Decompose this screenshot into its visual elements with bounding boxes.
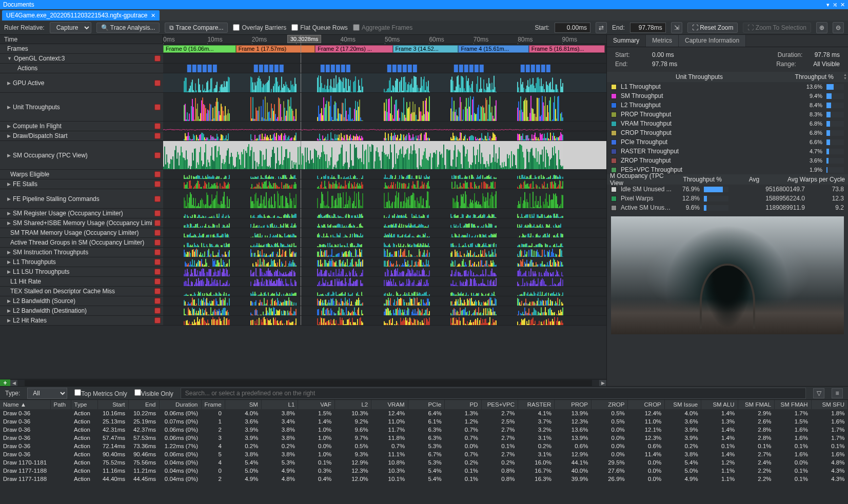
end-value[interactable]: 97.78ms — [630, 23, 666, 33]
document-tab[interactable]: UE4Game.exe_20220511203221543.ngfx-gputr… — [2, 10, 160, 21]
track-label[interactable]: ▶L1 Throughputs — [0, 257, 152, 267]
tracks-area[interactable]: FramesFrame 0 (16.06m...Frame 1 (17.57ms… — [0, 44, 606, 379]
track-row[interactable]: ▶L2 Hit Rates — [0, 316, 606, 326]
expand-icon[interactable]: ▶ — [7, 196, 11, 201]
unit-throughputs-header[interactable]: Unit Throughputs Throughput % ▲▼ — [607, 72, 848, 82]
zoom-in-icon[interactable]: ⊕ — [816, 22, 827, 33]
table-row[interactable]: Draw 0-36Action10.16ms10.22ms0.06ms (0%)… — [0, 409, 848, 417]
expand-icon[interactable]: ▶ — [7, 220, 11, 226]
visible-only-checkbox[interactable]: Visible Only — [134, 389, 173, 397]
track-row[interactable]: ▶GPU Active — [0, 73, 606, 93]
track-label[interactable]: SM TRAM Memory Usage (Occupancy Limiter) — [0, 228, 152, 237]
status-badge[interactable] — [154, 133, 161, 139]
occupancy-row[interactable]: Idle SM Unused ... 76.9% 9516800149.7 73… — [607, 185, 848, 194]
track-label[interactable]: ▶SM Register Usage (Occupancy Limiter) — [0, 209, 152, 218]
unit-row[interactable]: ZROP Throughput 3.6% — [607, 156, 848, 165]
zoom-out-icon[interactable]: ⊖ — [833, 22, 844, 33]
track-row[interactable]: ▶SM Instruction Throughputs — [0, 248, 606, 257]
expand-icon[interactable]: ▶ — [7, 153, 11, 158]
filter-icon[interactable]: ▽ — [813, 388, 824, 398]
end-link-icon[interactable]: ⇲ — [671, 22, 682, 33]
track-row[interactable]: ▶SM Register Usage (Occupancy Limiter) — [0, 209, 606, 218]
minimize-icon[interactable]: ▾ — [826, 2, 830, 8]
table-row[interactable]: Draw 0-36Action72.14ms73.36ms1.22ms (7%)… — [0, 442, 848, 450]
track-row[interactable]: Warps Eligible — [0, 170, 606, 179]
status-badge[interactable] — [154, 152, 161, 158]
table-row[interactable]: Draw 1170-1181Action75.52ms75.56ms0.04ms… — [0, 458, 848, 467]
col-zrop[interactable]: ZROP — [591, 400, 627, 409]
col-pd[interactable]: PD — [445, 400, 481, 409]
track-label[interactable]: ▶SM Shared+ISBE Memory Usage (Occupancy … — [0, 218, 152, 228]
occupancy-row[interactable]: Pixel Warps 12.8% 1588956224.0 12.3 — [607, 194, 848, 203]
col-start[interactable]: Start — [97, 400, 128, 409]
unit-row[interactable]: PCIe Throughput 6.6% — [607, 137, 848, 147]
status-badge[interactable] — [154, 269, 161, 275]
track-label[interactable]: ▶Compute In Flight — [0, 122, 152, 131]
track-row[interactable]: L1 Hit Rate — [0, 277, 606, 287]
track-row[interactable]: Actions — [0, 64, 606, 73]
table-row[interactable]: Draw 1177-1188Action11.16ms11.21ms0.04ms… — [0, 467, 848, 475]
status-badge[interactable] — [154, 171, 161, 177]
status-badge[interactable] — [154, 249, 161, 255]
track-row[interactable]: ▶FE Pipeline Stalling Commands — [0, 189, 606, 209]
link-icon[interactable]: ⇄ — [596, 22, 607, 33]
col-frame[interactable]: Frame — [201, 400, 225, 409]
track-row[interactable]: ▶SM Occupancy (TPC View) — [0, 141, 606, 170]
time-marker[interactable]: 30.3028ms — [287, 35, 321, 43]
track-label[interactable]: Warps Eligible — [0, 170, 152, 179]
col-sm[interactable]: SM — [225, 400, 261, 409]
track-label[interactable]: ▶SM Occupancy (TPC View) — [0, 141, 152, 169]
track-row[interactable]: ▶SM Shared+ISBE Memory Usage (Occupancy … — [0, 218, 606, 228]
events-grid[interactable]: Name ▲PathTypeStartEndDurationFrameSML1V… — [0, 400, 848, 504]
track-row[interactable]: TEX Stalled on Descriptor Cache Miss — [0, 287, 606, 296]
col-vaf[interactable]: VAF — [298, 400, 334, 409]
table-row[interactable]: Draw 1177-1188Action44.40ms44.45ms0.04ms… — [0, 475, 848, 483]
status-badge[interactable] — [154, 196, 161, 202]
status-badge[interactable] — [154, 259, 161, 265]
track-label[interactable]: L1 Hit Rate — [0, 277, 152, 286]
close-tab-icon[interactable]: ✕ — [151, 12, 155, 19]
overlay-barriers-checkbox[interactable]: Overlay Barriers — [233, 24, 286, 31]
expand-icon[interactable]: ▶ — [7, 308, 11, 313]
status-badge[interactable] — [154, 181, 161, 187]
col-path[interactable]: Path — [50, 400, 71, 409]
reset-zoom-button[interactable]: ⛶ Reset Zoom — [687, 23, 738, 33]
frame-block[interactable]: Frame 3 (14.52... — [393, 45, 459, 53]
expand-icon[interactable]: ▶ — [7, 105, 11, 110]
track-row[interactable]: ▼OpenGL Context:3 — [0, 54, 606, 64]
tab-capture-information[interactable]: Capture Information — [679, 35, 746, 47]
status-badge[interactable] — [154, 308, 161, 314]
frame-block[interactable]: Frame 1 (17.57ms) — [236, 45, 315, 53]
status-badge[interactable] — [154, 55, 161, 62]
top-metrics-checkbox[interactable]: Top Metrics Only — [74, 389, 127, 397]
expand-icon[interactable]: ▶ — [7, 318, 11, 323]
track-label[interactable]: ▶SM Instruction Throughputs — [0, 248, 152, 257]
frame-block[interactable]: Frame 0 (16.06m... — [163, 45, 236, 53]
track-label[interactable]: ▶L2 Bandwidth (Destination) — [0, 306, 152, 315]
track-label[interactable]: Actions — [0, 64, 152, 73]
unit-row[interactable]: L1 Throughput 13.6% — [607, 82, 848, 91]
status-badge[interactable] — [154, 220, 161, 226]
track-label[interactable]: ▶L2 Hit Rates — [0, 316, 152, 325]
track-label[interactable]: ▶FE Pipeline Stalling Commands — [0, 189, 152, 208]
type-select[interactable]: All — [27, 388, 67, 399]
col-pcie[interactable]: PCIe — [408, 400, 444, 409]
expand-icon[interactable]: ▶ — [7, 269, 11, 274]
table-row[interactable]: Draw 0-36Action25.13ms25.19ms0.07ms (0%)… — [0, 417, 848, 426]
trace-analysis-button[interactable]: 🔍 Trace Analysis... — [96, 23, 160, 33]
status-badge[interactable] — [154, 278, 161, 285]
frame-block[interactable]: Frame 2 (17.20ms) ... — [315, 45, 392, 53]
close-window-icon[interactable]: ✕ — [840, 2, 845, 8]
expand-icon[interactable]: ▼ — [7, 56, 12, 61]
sort-icon[interactable]: ▲▼ — [843, 73, 847, 80]
status-badge[interactable] — [154, 230, 161, 236]
track-label[interactable]: ▼OpenGL Context:3 — [0, 54, 152, 63]
col-sm-sfu[interactable]: SM SFU — [811, 400, 848, 409]
track-label[interactable]: ▶Draw/Dispatch Start — [0, 131, 152, 140]
status-badge[interactable] — [154, 80, 161, 86]
expand-icon[interactable]: ▶ — [7, 250, 11, 255]
expand-icon[interactable]: ▶ — [7, 80, 11, 86]
expand-icon[interactable]: ▶ — [7, 259, 11, 265]
track-label[interactable]: ▶L2 Bandwidth (Source) — [0, 296, 152, 306]
scroll-right-icon[interactable]: ▶ — [599, 380, 606, 386]
